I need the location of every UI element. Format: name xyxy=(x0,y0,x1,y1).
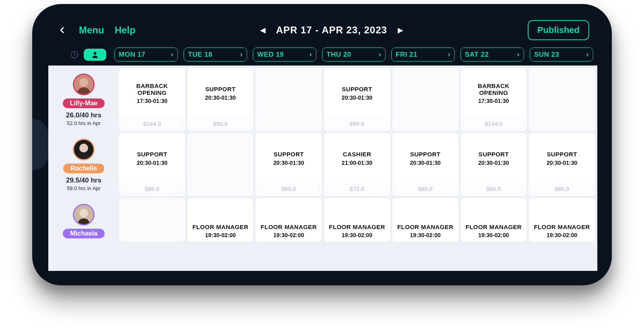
shift-role: SUPPORT xyxy=(274,151,304,158)
shift-cell[interactable]: FLOOR MANAGER19:30-02:00 xyxy=(188,198,254,242)
shift-cell-empty[interactable] xyxy=(119,198,185,242)
date-range: APR 17 - APR 23, 2023 xyxy=(276,25,387,36)
employee-name-pill[interactable]: Michaela xyxy=(63,229,105,238)
shift-role: FLOOR MANAGER xyxy=(329,223,385,230)
shift-cell[interactable]: FLOOR MANAGER19:30-02:00 xyxy=(461,198,527,242)
shift-time: 19:30-02:00 xyxy=(478,232,509,238)
shift-cell[interactable]: SUPPORT20:30-01:30$90.0 xyxy=(324,68,390,131)
day-tab-tue[interactable]: TUE 18› xyxy=(184,47,247,61)
shift-role: BARBACK OPENING xyxy=(122,82,183,96)
day-tab-wed[interactable]: WED 19› xyxy=(253,47,316,61)
day-header-row: MON 17› TUE 18› WED 19› THU 20› FRI 21› … xyxy=(48,47,597,66)
back-button[interactable] xyxy=(56,24,68,36)
shift-cost: $72.0 xyxy=(326,184,388,194)
shift-cell[interactable]: SUPPORT20:30-01:30$80.0 xyxy=(256,133,322,196)
shift-role: FLOOR MANAGER xyxy=(397,223,453,230)
shift-cell-empty[interactable] xyxy=(188,133,254,196)
chevron-right-icon: › xyxy=(310,50,312,59)
employee-hours: 29.5/40 hrs xyxy=(66,176,101,184)
shift-time: 17:30-01:30 xyxy=(137,98,167,104)
svg-point-7 xyxy=(79,209,88,218)
shift-role: FLOOR MANAGER xyxy=(466,223,522,230)
shift-cell[interactable]: BARBACK OPENING17:30-01:30$144.0 xyxy=(461,68,527,131)
shift-cost: $80.0 xyxy=(462,184,525,194)
day-tab-sat[interactable]: SAT 22› xyxy=(460,47,524,61)
shift-cell[interactable]: FLOOR MANAGER19:30-02:00 xyxy=(529,198,595,242)
shift-cell[interactable]: SUPPORT20:30-01:30$90.0 xyxy=(188,68,254,131)
day-label: FRI 21 xyxy=(396,51,417,59)
help-link[interactable]: Help xyxy=(115,25,136,36)
shift-cost: $80.0 xyxy=(394,184,457,194)
shift-time: 19:30-02:00 xyxy=(547,232,577,238)
shift-time: 19:30-02:00 xyxy=(342,232,372,238)
shift-role: SUPPORT xyxy=(342,86,372,92)
employee-month-hours: 52.0 hrs in Apr xyxy=(67,120,101,126)
shift-cost: $90.0 xyxy=(326,119,388,129)
employee-name: Michaela xyxy=(70,230,97,237)
shift-cell[interactable]: SUPPORT20:30-01:30$80.0 xyxy=(119,133,185,196)
chevron-right-icon: › xyxy=(240,50,243,59)
shift-cell-empty[interactable] xyxy=(256,68,322,131)
prev-week-button[interactable]: ◀ xyxy=(258,23,268,37)
shift-role: FLOOR MANAGER xyxy=(261,223,317,230)
shift-role: SUPPORT xyxy=(205,86,235,92)
shift-cell[interactable]: CASHIER21:00-01:30$72.0 xyxy=(324,133,390,196)
shift-time: 19:30-02:00 xyxy=(205,232,235,238)
shift-cell[interactable]: FLOOR MANAGER19:30-02:00 xyxy=(392,198,458,242)
shift-cost: $80.0 xyxy=(121,184,184,194)
day-label: MON 17 xyxy=(119,51,145,59)
avatar[interactable] xyxy=(73,74,95,95)
shift-cost: $80.0 xyxy=(257,184,320,194)
employee-name: Rachelle xyxy=(70,165,97,172)
employee-name: Lilly-Mae xyxy=(70,100,97,107)
day-label: SAT 22 xyxy=(465,51,489,59)
chevron-right-icon: › xyxy=(448,50,451,59)
shift-role: CASHIER xyxy=(343,151,371,158)
shift-cell[interactable]: FLOOR MANAGER19:30-02:00 xyxy=(324,198,390,242)
shift-cost: $90.0 xyxy=(189,119,252,129)
svg-point-1 xyxy=(94,52,97,55)
svg-point-5 xyxy=(79,144,88,153)
day-label: THU 20 xyxy=(326,51,351,59)
shift-cell[interactable]: BARBACK OPENING17:30-01:30$144.0 xyxy=(119,68,185,131)
employee-month-hours: 59.0 hrs in Apr xyxy=(67,185,101,191)
avatar[interactable] xyxy=(73,139,95,160)
next-week-button[interactable]: ▶ xyxy=(395,23,406,37)
shift-role: SUPPORT xyxy=(137,151,167,158)
shift-time: 20:30-01:30 xyxy=(137,160,167,166)
day-tab-fri[interactable]: FRI 21› xyxy=(391,47,455,61)
shift-role: FLOOR MANAGER xyxy=(192,223,248,230)
shift-role: BARBACK OPENING xyxy=(463,82,524,96)
day-label: SUN 23 xyxy=(534,51,559,59)
top-bar: Menu Help ◀ APR 17 - APR 23, 2023 ▶ Publ… xyxy=(48,16,597,47)
employee-name-pill[interactable]: Lilly-Mae xyxy=(63,98,105,108)
day-tab-sun[interactable]: SUN 23› xyxy=(530,47,593,61)
person-view-toggle[interactable] xyxy=(84,49,106,61)
shift-cost: $80.0 xyxy=(530,184,593,194)
shift-cell-empty[interactable] xyxy=(529,68,595,131)
avatar[interactable] xyxy=(73,204,95,225)
published-button[interactable]: Published xyxy=(528,20,589,40)
shift-role: SUPPORT xyxy=(410,151,440,158)
shift-time: 20:30-01:30 xyxy=(273,160,304,166)
schedule-row: Michaela FLOOR MANAGER19:30-02:00 FLOOR … xyxy=(51,198,595,242)
shift-cost: $144.0 xyxy=(121,119,184,129)
chevron-right-icon: › xyxy=(517,50,520,59)
device-frame: Menu Help ◀ APR 17 - APR 23, 2023 ▶ Publ… xyxy=(32,4,612,285)
employee-name-pill[interactable]: Rachelle xyxy=(63,164,104,173)
shift-cell[interactable]: SUPPORT20:30-01:30$80.0 xyxy=(461,133,527,196)
shift-cell[interactable]: FLOOR MANAGER19:30-02:00 xyxy=(256,198,322,242)
day-tab-thu[interactable]: THU 20› xyxy=(322,47,386,61)
clock-icon[interactable] xyxy=(70,50,79,59)
shift-cell[interactable]: SUPPORT20:30-01:30$80.0 xyxy=(529,133,595,196)
shift-cell-empty[interactable] xyxy=(392,68,458,131)
shift-role: FLOOR MANAGER xyxy=(534,223,590,230)
shift-time: 17:30-01:30 xyxy=(478,98,509,104)
day-tab-mon[interactable]: MON 17› xyxy=(114,47,178,61)
shift-time: 19:30-02:00 xyxy=(410,232,441,238)
employee-cell: Rachelle 29.5/40 hrs 59.0 hrs in Apr xyxy=(51,133,117,196)
shift-cell[interactable]: SUPPORT20:30-01:30$80.0 xyxy=(392,133,458,196)
menu-link[interactable]: Menu xyxy=(79,25,104,36)
day-label: WED 19 xyxy=(257,51,284,59)
shift-time: 19:30-02:00 xyxy=(273,232,304,238)
